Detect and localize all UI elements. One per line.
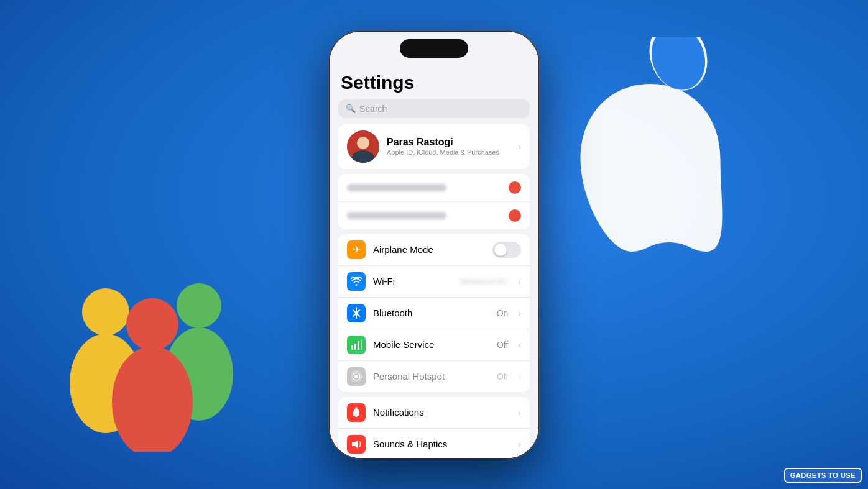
notifications-label: Notifications [373,407,510,418]
svg-marker-20 [352,440,358,449]
bluetooth-value: On [497,308,509,318]
blurred-text-2 [347,212,446,219]
bluetooth-row[interactable]: Bluetooth On › [338,298,530,329]
search-placeholder: Search [359,104,387,114]
people-illustration [56,253,255,452]
mobile-service-label: Mobile Service [373,339,489,350]
profile-subtitle: Apple ID, iCloud, Media & Purchases [387,149,510,156]
svg-rect-13 [358,341,359,350]
dynamic-island [400,39,468,58]
wifi-label: Wi-Fi [373,276,453,286]
svg-point-15 [354,375,358,378]
phone-inner: Settings 🔍 Search [330,32,538,458]
svg-rect-18 [356,416,358,417]
wifi-icon [347,272,366,291]
sounds-chevron: › [518,439,521,449]
profile-row[interactable]: Paras Rastogi Apple ID, iCloud, Media & … [338,124,530,169]
avatar [347,130,379,163]
svg-point-4 [177,283,221,328]
notification-dot-1 [509,181,521,194]
phone-outer: Settings 🔍 Search [328,30,540,459]
sounds-row[interactable]: Sounds & Haptics › [338,429,530,458]
personal-hotspot-label: Personal Hotspot [373,371,489,382]
wifi-value: MyNetwork-5G... [461,278,510,285]
svg-rect-19 [356,407,357,408]
phone: Settings 🔍 Search [328,30,540,459]
bluetooth-chevron: › [518,308,521,318]
screen: Settings 🔍 Search [330,32,538,458]
settings-title: Settings [330,66,538,97]
svg-rect-11 [351,345,353,350]
mobile-service-chevron: › [518,340,521,350]
blurred-text-1 [347,184,446,191]
notifications-chevron: › [518,408,521,418]
sounds-icon [347,435,366,454]
bluetooth-label: Bluetooth [373,308,489,318]
watermark: GADGETS TO USE [784,468,862,483]
blurred-notifications-card [338,174,530,229]
wifi-row[interactable]: Wi-Fi MyNetwork-5G... › [338,266,530,298]
mobile-service-row[interactable]: Mobile Service Off › [338,329,530,361]
personal-hotspot-row[interactable]: Personal Hotspot Off › [338,361,530,392]
mobile-service-icon [347,336,366,354]
airplane-mode-icon: ✈ [347,240,366,259]
svg-point-9 [357,137,369,149]
profile-name: Paras Rastogi [387,137,510,148]
airplane-mode-label: Airplane Mode [373,244,485,255]
notifications-row[interactable]: Notifications › [338,397,530,429]
search-icon: 🔍 [346,104,356,113]
mobile-service-value: Off [497,340,508,350]
svg-point-2 [82,288,129,336]
bluetooth-icon [347,304,366,322]
svg-point-6 [126,298,178,350]
airplane-mode-toggle[interactable] [492,242,521,258]
search-bar[interactable]: 🔍 Search [338,99,530,118]
notifications-icon [347,403,366,422]
svg-rect-12 [354,344,356,350]
wifi-chevron: › [518,276,521,286]
personal-hotspot-icon [347,367,366,386]
blurred-row-1[interactable] [338,174,530,202]
sounds-label: Sounds & Haptics [373,439,510,449]
connectivity-section: ✈ Airplane Mode [338,234,530,392]
personal-hotspot-chevron: › [518,372,521,382]
airplane-mode-row[interactable]: ✈ Airplane Mode [338,234,530,266]
general-section: Notifications › Sounds & Haptics › [338,397,530,458]
svg-rect-14 [361,339,362,350]
notification-dot-2 [509,209,521,222]
apple-logo [557,37,744,224]
blurred-row-2[interactable] [338,202,530,229]
profile-info: Paras Rastogi Apple ID, iCloud, Media & … [387,137,510,156]
profile-chevron: › [518,142,521,152]
toggle-knob [494,244,507,256]
personal-hotspot-value: Off [497,372,508,382]
